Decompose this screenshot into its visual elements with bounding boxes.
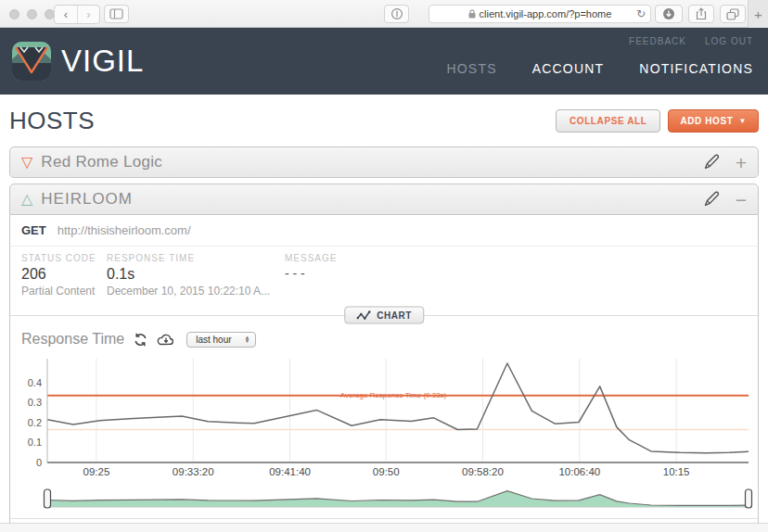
page-title: HOSTS	[9, 107, 95, 135]
host-detail-panel: GET http://thisisheirloom.com/ STATUS CO…	[9, 215, 759, 532]
page-content: HOSTS COLLAPSE ALL ADD HOST ▼ ▽ Red Rome…	[0, 107, 768, 532]
svg-text:09:41:40: 09:41:40	[269, 466, 311, 477]
svg-text:0.4: 0.4	[28, 377, 42, 388]
privacy-report-button[interactable]	[384, 5, 409, 23]
feedback-link[interactable]: FEEDBACK	[629, 36, 686, 46]
tabs-icon	[726, 8, 739, 20]
chart-button-label: CHART	[377, 310, 412, 321]
tab-overview-button[interactable]	[720, 5, 746, 23]
collapse-all-button[interactable]: COLLAPSE ALL	[556, 109, 661, 133]
svg-text:0.1: 0.1	[28, 437, 42, 448]
downloads-button[interactable]	[655, 5, 683, 23]
sidebar-button[interactable]	[104, 5, 129, 23]
add-host-label: ADD HOST	[680, 116, 733, 126]
refresh-icon	[134, 333, 147, 347]
status-text: Partial Content	[21, 285, 107, 298]
host-row-heirloom[interactable]: △ HEIRLOOM −	[9, 184, 759, 215]
chart-section-title: Response Time	[21, 331, 124, 348]
lock-icon	[468, 9, 476, 19]
svg-text:09:58:20: 09:58:20	[462, 466, 504, 477]
address-bar[interactable]: client.vigil-app.com/?p=home ↻	[429, 5, 651, 23]
back-button[interactable]: ‹	[55, 6, 77, 23]
up-triangle-icon: △	[21, 192, 32, 207]
time-range-value: last hour	[196, 335, 231, 345]
download-icon	[662, 7, 675, 20]
message-label: MESSAGE	[285, 253, 370, 263]
message-value: - - -	[285, 266, 370, 281]
svg-text:10:15: 10:15	[663, 466, 690, 477]
chart-canvas: Average Response Time (0.33s)00.10.20.30…	[10, 353, 758, 479]
checked-at-timestamp: December 10, 2015 10:22:10 A...	[107, 285, 285, 298]
app-header: VIGIL FEEDBACK LOG OUT HOSTS ACCOUNT NOT…	[0, 28, 768, 95]
brand-name: VIGIL	[61, 44, 144, 79]
edit-pencil-icon[interactable]	[702, 153, 721, 171]
nav-account[interactable]: ACCOUNT	[532, 61, 605, 76]
svg-text:0.2: 0.2	[28, 417, 42, 428]
host-name: HEIRLOOM	[41, 190, 133, 209]
close-window-icon[interactable]	[9, 9, 19, 19]
svg-text:09:33:20: 09:33:20	[173, 466, 214, 477]
vigil-logo-icon	[11, 41, 52, 82]
add-host-button[interactable]: ADD HOST ▼	[668, 109, 759, 133]
edit-pencil-icon[interactable]	[702, 190, 721, 209]
minimize-window-icon[interactable]	[27, 9, 37, 19]
time-range-select[interactable]: last hour ▲▼	[186, 332, 256, 348]
nav-hosts[interactable]: HOSTS	[446, 61, 496, 76]
svg-text:0: 0	[36, 457, 42, 468]
host-row-red-rome-logic[interactable]: ▽ Red Rome Logic +	[9, 146, 759, 178]
sidebar-icon	[109, 8, 123, 19]
window-controls[interactable]	[9, 9, 55, 19]
status-code-value: 206	[21, 266, 107, 283]
brush-canvas	[10, 483, 758, 514]
response-time-chart: Average Response Time (0.33s)00.10.20.30…	[10, 353, 758, 483]
app-window: ‹ › client.vigil-app.com/?p=home ↻	[0, 0, 768, 532]
svg-text:09:50: 09:50	[373, 466, 400, 477]
host-name: Red Rome Logic	[41, 153, 162, 171]
logout-link[interactable]: LOG OUT	[705, 36, 753, 46]
refresh-button[interactable]	[134, 333, 147, 347]
expand-toggle[interactable]: +	[736, 153, 747, 172]
collapse-toggle[interactable]: −	[736, 190, 747, 209]
reload-icon[interactable]: ↻	[636, 7, 646, 20]
http-method: GET	[21, 223, 46, 237]
time-range-brush[interactable]	[10, 483, 758, 518]
chevron-down-icon: ▼	[738, 117, 747, 125]
nav-notifications[interactable]: NOTIFICATIONS	[639, 61, 753, 76]
monitored-url: http://thisisheirloom.com/	[58, 223, 191, 237]
line-chart-icon	[356, 310, 371, 321]
svg-text:10:06:40: 10:06:40	[558, 466, 600, 477]
chart-toggle-button[interactable]: CHART	[344, 307, 424, 324]
status-code-label: STATUS CODE	[21, 253, 107, 263]
download-data-button[interactable]	[157, 333, 175, 346]
select-stepper-icon: ▲▼	[245, 336, 250, 343]
cloud-download-icon	[157, 333, 175, 346]
svg-text:Average Response Time (0.33s): Average Response Time (0.33s)	[340, 391, 447, 399]
response-time-value: 0.1s	[107, 266, 285, 283]
svg-text:09:25: 09:25	[83, 466, 110, 477]
browser-toolbar: ‹ › client.vigil-app.com/?p=home ↻	[0, 0, 768, 28]
share-icon	[696, 7, 707, 20]
address-url: client.vigil-app.com/?p=home	[480, 8, 612, 19]
forward-button[interactable]: ›	[77, 6, 99, 23]
share-button[interactable]	[688, 5, 714, 23]
page-bottom-strip	[0, 523, 768, 532]
down-triangle-icon: ▽	[21, 155, 32, 170]
new-tab-button[interactable]: +	[748, 0, 768, 28]
response-time-label: RESPONSE TIME	[107, 253, 285, 263]
svg-text:0.3: 0.3	[28, 397, 42, 408]
privacy-report-icon	[390, 7, 403, 20]
